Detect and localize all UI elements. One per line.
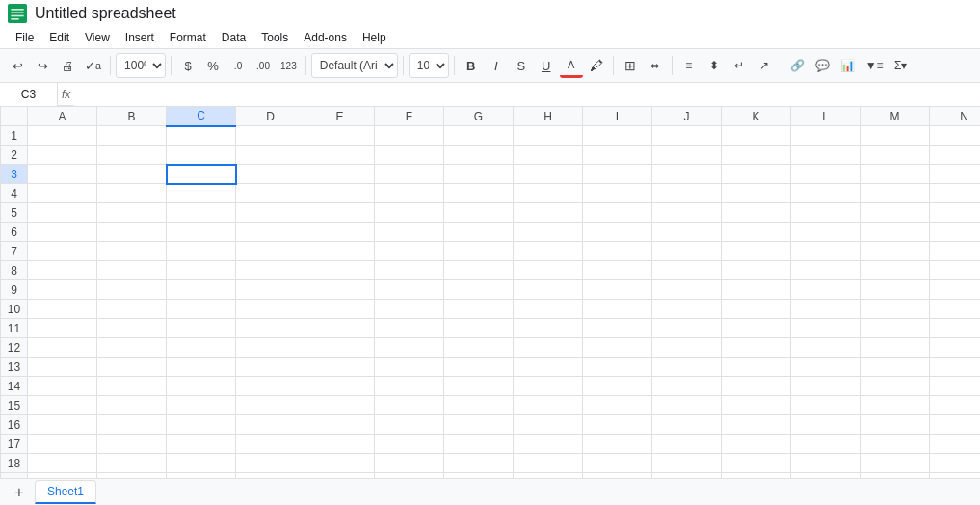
cell-C3[interactable] (167, 165, 236, 184)
cell-H1[interactable] (514, 126, 583, 146)
cell-E17[interactable] (305, 435, 375, 454)
cell-H14[interactable] (514, 377, 583, 396)
cell-H13[interactable] (514, 358, 583, 377)
cell-L11[interactable] (791, 319, 861, 338)
strikethrough-button[interactable]: S (510, 53, 533, 78)
cell-E16[interactable] (305, 415, 375, 435)
cell-N6[interactable] (930, 223, 981, 242)
cell-L5[interactable] (791, 203, 861, 223)
formula-input[interactable] (74, 83, 980, 106)
cell-C8[interactable] (167, 261, 236, 280)
cell-J5[interactable] (652, 203, 722, 223)
cell-B8[interactable] (97, 261, 167, 280)
cell-H17[interactable] (514, 435, 583, 454)
cell-J9[interactable] (652, 280, 722, 300)
cell-I3[interactable] (583, 165, 652, 184)
highlight-button[interactable]: 🖍 (585, 53, 608, 78)
cell-L15[interactable] (791, 396, 861, 415)
cell-G12[interactable] (444, 338, 514, 358)
cell-L18[interactable] (791, 454, 861, 473)
cell-A3[interactable] (28, 165, 97, 184)
cell-M3[interactable] (861, 165, 930, 184)
print-button[interactable]: 🖨 (56, 53, 79, 78)
cell-K1[interactable] (722, 126, 791, 146)
cell-D5[interactable] (236, 203, 305, 223)
cell-B7[interactable] (97, 242, 167, 261)
col-header-M[interactable]: M (861, 107, 930, 126)
cell-B15[interactable] (97, 396, 167, 415)
cell-K16[interactable] (722, 415, 791, 435)
cell-B16[interactable] (97, 415, 167, 435)
text-color-button[interactable]: A (560, 53, 583, 78)
borders-button[interactable]: ⊞ (619, 53, 642, 78)
cell-E12[interactable] (305, 338, 375, 358)
cell-A5[interactable] (28, 203, 97, 223)
cell-E11[interactable] (305, 319, 375, 338)
cell-M10[interactable] (861, 300, 930, 319)
col-header-A[interactable]: A (28, 107, 97, 126)
cell-N7[interactable] (930, 242, 981, 261)
cell-M12[interactable] (861, 338, 930, 358)
cell-G19[interactable] (444, 473, 514, 479)
align-v-button[interactable]: ⬍ (702, 53, 726, 78)
redo-button[interactable]: ↪ (31, 53, 54, 78)
cell-C19[interactable] (167, 473, 236, 479)
cell-H10[interactable] (514, 300, 583, 319)
cell-G6[interactable] (444, 223, 514, 242)
cell-M6[interactable] (861, 223, 930, 242)
cell-F7[interactable] (375, 242, 444, 261)
cell-H15[interactable] (514, 396, 583, 415)
cell-B9[interactable] (97, 280, 167, 300)
cell-H6[interactable] (514, 223, 583, 242)
cell-F3[interactable] (375, 165, 444, 184)
add-sheet-button[interactable]: + (8, 481, 31, 504)
cell-M13[interactable] (861, 358, 930, 377)
cell-B12[interactable] (97, 338, 167, 358)
cell-N18[interactable] (930, 454, 981, 473)
cell-H18[interactable] (514, 454, 583, 473)
cell-M14[interactable] (861, 377, 930, 396)
functions-button[interactable]: Σ▾ (889, 53, 913, 78)
cell-B14[interactable] (97, 377, 167, 396)
col-header-L[interactable]: L (791, 107, 861, 126)
cell-J17[interactable] (652, 435, 722, 454)
cell-A11[interactable] (28, 319, 97, 338)
cell-G7[interactable] (444, 242, 514, 261)
row-num-12[interactable]: 12 (1, 338, 28, 358)
cell-F2[interactable] (375, 146, 444, 165)
cell-C6[interactable] (167, 223, 236, 242)
cell-J2[interactable] (652, 146, 722, 165)
link-button[interactable]: 🔗 (786, 53, 809, 78)
cell-J7[interactable] (652, 242, 722, 261)
cell-E6[interactable] (305, 223, 375, 242)
cell-N9[interactable] (930, 280, 981, 300)
cell-I7[interactable] (583, 242, 652, 261)
cell-J4[interactable] (652, 184, 722, 203)
cell-M7[interactable] (861, 242, 930, 261)
cell-M15[interactable] (861, 396, 930, 415)
cell-F17[interactable] (375, 435, 444, 454)
cell-C5[interactable] (167, 203, 236, 223)
cell-I19[interactable] (583, 473, 652, 479)
cell-D18[interactable] (236, 454, 305, 473)
cell-B5[interactable] (97, 203, 167, 223)
cell-D2[interactable] (236, 146, 305, 165)
cell-E5[interactable] (305, 203, 375, 223)
cell-M4[interactable] (861, 184, 930, 203)
cell-G4[interactable] (444, 184, 514, 203)
cell-H16[interactable] (514, 415, 583, 435)
cell-C16[interactable] (167, 415, 236, 435)
cell-I1[interactable] (583, 126, 652, 146)
cell-E3[interactable] (305, 165, 375, 184)
cell-M11[interactable] (861, 319, 930, 338)
cell-K12[interactable] (722, 338, 791, 358)
row-num-3[interactable]: 3 (1, 165, 28, 184)
cell-F16[interactable] (375, 415, 444, 435)
comment-button[interactable]: 💬 (811, 53, 834, 78)
menu-item-file[interactable]: File (8, 29, 41, 46)
cell-K18[interactable] (722, 454, 791, 473)
cell-I12[interactable] (583, 338, 652, 358)
cell-J12[interactable] (652, 338, 722, 358)
cell-L13[interactable] (791, 358, 861, 377)
cell-F5[interactable] (375, 203, 444, 223)
